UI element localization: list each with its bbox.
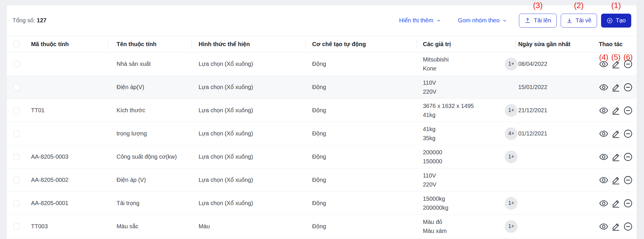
- cell-last-modified-date: [515, 169, 598, 191]
- row-checkbox[interactable]: [13, 61, 20, 67]
- table-header: Mã thuộc tínhTên thuộc tínhHình thức thể…: [7, 36, 637, 52]
- value-list: Màu đỏMàu xám: [423, 218, 505, 236]
- value-line: 220V: [423, 87, 515, 96]
- total-count: Tổng số: 127: [12, 17, 46, 24]
- remove-minus-circle-icon[interactable]: [623, 222, 633, 231]
- upload-button[interactable]: Tải lên: [519, 14, 557, 28]
- cell-display-form: Lựa chọn (Xổ xuống): [191, 76, 305, 99]
- column-header: Cơ chế tạo tự động: [305, 36, 417, 52]
- remove-minus-circle-icon[interactable]: [623, 129, 633, 139]
- cell-attribute-code: TT003: [26, 215, 108, 238]
- annotation-5: (5): [611, 53, 621, 61]
- cell-auto-create-mechanism: Động: [305, 122, 417, 145]
- row-checkbox[interactable]: [13, 223, 20, 230]
- row-checkbox[interactable]: [13, 84, 20, 90]
- edit-pencil-icon[interactable]: [611, 152, 621, 162]
- cell-values: 3676 x 1632 x 149541kg 1+: [417, 99, 515, 122]
- row-checkbox[interactable]: [13, 154, 20, 160]
- download-button[interactable]: Tải về: [561, 14, 597, 28]
- chevron-down-icon: [502, 18, 507, 23]
- cell-attribute-name: Màu sắc: [108, 215, 192, 238]
- scrollbar-track[interactable]: [638, 0, 644, 239]
- chevron-down-icon: [436, 18, 441, 23]
- view-eye-icon[interactable]: [599, 222, 609, 231]
- table-row: TT01 Kích thước Lựa chọn (Xổ xuống) Động…: [7, 99, 637, 122]
- edit-pencil-icon[interactable]: [611, 106, 621, 115]
- group-by-label: Gom nhóm theo: [458, 17, 500, 24]
- cell-last-modified-date: 15/01/2022: [515, 76, 598, 99]
- cell-values: 200000150000 1+: [417, 145, 515, 168]
- cell-auto-create-mechanism: Động: [305, 145, 417, 168]
- upload-icon: [524, 17, 531, 24]
- cell-attribute-code: AA-8205-0001: [26, 192, 108, 215]
- row-checkbox[interactable]: [13, 200, 20, 207]
- edit-pencil-icon[interactable]: [611, 82, 621, 92]
- view-eye-icon[interactable]: [599, 82, 609, 92]
- remove-minus-circle-icon[interactable]: [623, 152, 633, 162]
- cell-attribute-name: Điện áp(V): [108, 76, 192, 99]
- table-row: TT003 Màu sắc Màu Động Màu đỏMàu xám 1+: [7, 215, 637, 238]
- row-check-cell: [7, 76, 26, 99]
- show-more-link[interactable]: Hiển thị thêm: [399, 17, 441, 24]
- create-button-label: Tạo: [616, 17, 626, 24]
- remove-minus-circle-icon[interactable]: [623, 175, 633, 185]
- view-eye-icon[interactable]: [599, 106, 609, 115]
- value-line: Kone: [423, 64, 505, 73]
- value-line: Màu đỏ: [423, 218, 505, 227]
- annotation-2: (2): [574, 2, 584, 10]
- total-label: Tổng số:: [12, 17, 35, 24]
- cell-attribute-code: AA-8205-0003: [26, 145, 108, 168]
- cell-attribute-code: AA-8205-0002: [26, 169, 108, 191]
- row-checkbox[interactable]: [13, 131, 20, 137]
- value-line: 200000: [423, 148, 505, 157]
- table-row: Điện áp(V) Lựa chọn (Xổ xuống) Động 110V…: [7, 76, 637, 99]
- row-checkbox[interactable]: [13, 177, 20, 183]
- cell-attribute-name: trọng lượng: [108, 122, 192, 145]
- cell-actions: [598, 169, 637, 191]
- column-header: Các giá trị: [417, 36, 515, 52]
- value-line: 150000: [423, 157, 505, 166]
- value-list: 3676 x 1632 x 149541kg: [423, 102, 505, 119]
- row-check-cell: [7, 215, 26, 238]
- cell-display-form: Lựa chọn (Xổ xuống): [191, 169, 305, 191]
- cell-last-modified-date: 21/12/2021: [515, 99, 598, 122]
- cell-display-form: Lựa chọn (Xổ xuống): [191, 52, 305, 75]
- view-eye-icon[interactable]: [599, 175, 609, 185]
- view-eye-icon[interactable]: [599, 152, 609, 162]
- table-row: Nhà sản xuất Lựa chọn (Xổ xuống) Động Mi…: [7, 52, 637, 76]
- group-by-link[interactable]: Gom nhóm theo: [458, 17, 507, 24]
- annotation-4: (4): [599, 53, 609, 61]
- remove-minus-circle-icon[interactable]: [623, 106, 633, 115]
- view-eye-icon[interactable]: [599, 198, 609, 208]
- cell-display-form: Màu: [191, 215, 305, 238]
- cell-actions: (4) (5) (6): [598, 52, 637, 75]
- annotation-1: (1): [611, 2, 621, 10]
- value-line: 220V: [423, 180, 515, 189]
- table-row: AA-8205-0002 Điện áp (V) Lựa chọn (Xổ xu…: [7, 169, 637, 192]
- view-eye-icon[interactable]: [599, 129, 609, 139]
- column-header: Tên thuộc tính: [108, 36, 192, 52]
- value-line: 110V: [423, 171, 515, 180]
- create-button[interactable]: Tạo: [601, 14, 631, 28]
- value-list: 200000150000: [423, 148, 505, 166]
- value-list: 15000kg200000kg: [423, 194, 505, 212]
- select-all-checkbox[interactable]: [13, 41, 20, 47]
- cell-attribute-name: Tải trọng: [108, 192, 192, 215]
- row-check-cell: [7, 192, 26, 215]
- edit-pencil-icon[interactable]: [611, 175, 621, 185]
- edit-pencil-icon[interactable]: [611, 198, 621, 208]
- content-card: Tổng số: 127 Hiển thị thêm Gom nhóm theo…: [6, 5, 637, 239]
- row-annotations: (4) (5) (6): [599, 53, 633, 61]
- edit-pencil-icon[interactable]: [611, 222, 621, 231]
- table-body: Nhà sản xuất Lựa chọn (Xổ xuống) Động Mi…: [7, 52, 637, 238]
- show-more-label: Hiển thị thêm: [399, 17, 433, 24]
- cell-auto-create-mechanism: Động: [305, 76, 417, 99]
- value-line: 200000kg: [423, 203, 505, 212]
- row-checkbox[interactable]: [13, 107, 20, 114]
- value-list: 110V220V: [423, 171, 515, 189]
- remove-minus-circle-icon[interactable]: [623, 82, 633, 92]
- edit-pencil-icon[interactable]: [611, 129, 621, 139]
- download-icon: [566, 17, 573, 24]
- annotation-3: (3): [533, 2, 543, 10]
- remove-minus-circle-icon[interactable]: [623, 198, 633, 208]
